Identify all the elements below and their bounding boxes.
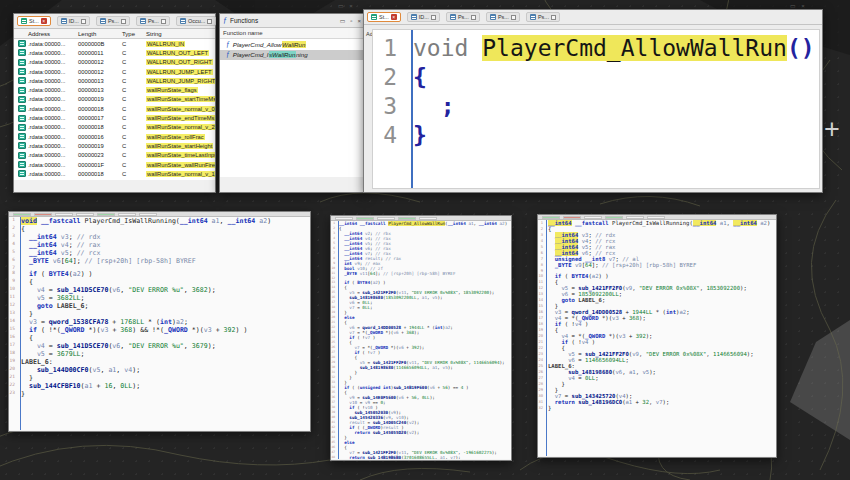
- functions-window: ƒ Functions ▭ ▫ × Function name ƒPlayerC…: [219, 13, 366, 193]
- cell-address: .rdata:00000...: [26, 87, 76, 93]
- strings-tab-4[interactable]: Occu...: [176, 16, 216, 26]
- function-list-item[interactable]: ƒPlayerCmd_AllowWallRun: [220, 39, 365, 50]
- tab-checkbox[interactable]: [207, 19, 212, 24]
- table-row[interactable]: .rdata:00000...00000017CwallRunState_end…: [14, 113, 215, 122]
- cell-string: wallRunState_startHeight: [144, 143, 215, 149]
- tab-label: Ps...: [538, 14, 549, 20]
- cell-length: 00000012: [76, 69, 120, 75]
- cell-address: .rdata:00000...: [26, 162, 76, 168]
- table-row[interactable]: .rdata:00000...00000019CwallRunState_sta…: [14, 95, 215, 104]
- line-number: 10: [9, 286, 17, 294]
- table-row[interactable]: .rdata:00000...00000012CWALLRUN_JUMP_LEF…: [14, 67, 215, 76]
- tab-icon: [411, 14, 417, 20]
- table-row[interactable]: .rdata:00000...00000013CWALLRUN_JUMP_RIG…: [14, 76, 215, 85]
- functions-list[interactable]: ƒPlayerCmd_AllowWallRunƒPlayerCmd_IsWall…: [220, 39, 365, 177]
- code-line: 14 v3 = qword_1538CFA78 + 1768LL * (int)…: [9, 318, 310, 326]
- table-row[interactable]: .rdata:00000...0000001FCwallRunState_wal…: [14, 160, 215, 169]
- table-row[interactable]: .rdata:00000...00000011CWALLRUN_OUT_LEFT: [14, 48, 215, 57]
- cell-type: C: [120, 171, 144, 177]
- code-line: 19LABEL_6:: [9, 358, 310, 366]
- code-line: 2{: [9, 225, 310, 233]
- table-row[interactable]: .rdata:00000...00000023CwallRunState_tim…: [14, 151, 215, 160]
- cell-address: .rdata:00000...: [26, 106, 76, 112]
- tab-checkbox[interactable]: [81, 19, 86, 24]
- column-header-address[interactable]: Address: [26, 31, 76, 37]
- pseudocode-window-allowwallrun[interactable]: 1__int64 __fastcall PlayerCmd_AllowWallR…: [330, 215, 512, 461]
- pseudocode-window-iswallrunning-variant[interactable]: 1__int64 __fastcall PlayerCmd_IsWallRunn…: [537, 214, 777, 458]
- column-header-type[interactable]: Type: [120, 31, 144, 37]
- code-line: 22 sub_144CFBF10(a1 + 16, 0LL);: [9, 382, 310, 390]
- code-line: 1void __fastcall PlayerCmd_IsWallRunning…: [9, 217, 310, 225]
- cell-length: 0000001F: [76, 162, 120, 168]
- code-body: 1void __fastcall PlayerCmd_IsWallRunning…: [9, 217, 310, 430]
- line-number: 21: [9, 374, 17, 382]
- string-item-icon: [18, 115, 26, 122]
- cell-length: 00000017: [76, 115, 120, 121]
- cell-string: WALLRUN_JUMP_LEFT: [144, 69, 215, 75]
- tab-checkbox[interactable]: [511, 15, 516, 20]
- line-number: 14: [9, 318, 17, 326]
- decompiler-tab-2[interactable]: Ps...: [446, 12, 480, 22]
- table-row[interactable]: .rdata:00000...00000018CwallRunState_nor…: [14, 104, 215, 113]
- tab-checkbox[interactable]: [121, 19, 126, 24]
- tab-checkbox[interactable]: [471, 15, 476, 20]
- functions-column-header[interactable]: Function name: [220, 28, 365, 39]
- string-item-icon: [18, 96, 26, 103]
- cell-type: C: [120, 69, 144, 75]
- close-icon[interactable]: ×: [356, 18, 362, 24]
- tab-label: ID...: [419, 14, 429, 20]
- background-window-controls: ▭ ×: [790, 2, 807, 9]
- cell-type: C: [120, 96, 144, 102]
- table-row[interactable]: .rdata:00000...00000016CwallRunState_rol…: [14, 132, 215, 141]
- tab-icon: [371, 14, 377, 20]
- table-row[interactable]: .rdata:00000...00000013CwallRunState_fla…: [14, 85, 215, 94]
- table-row[interactable]: .rdata:00000...00000018CwallRunState_nor…: [14, 123, 215, 132]
- decompiler-tab-4[interactable]: Ps...: [526, 12, 560, 22]
- table-row[interactable]: .rdata:00000...00000018CwallRunState_nor…: [14, 169, 215, 178]
- table-row[interactable]: .rdata:00000...00000012CWALLRUN_OUT_RIGH…: [14, 58, 215, 67]
- code-line: 2{: [373, 63, 819, 92]
- cell-address: .rdata:00000...: [26, 96, 76, 102]
- tab-checkbox[interactable]: [551, 15, 556, 20]
- code-line: 4 __int64 v4; // rax: [9, 241, 310, 249]
- tab-close-icon[interactable]: ×: [41, 18, 47, 24]
- cell-address: .rdata:00000...: [26, 59, 76, 65]
- strings-tab-0[interactable]: St...×: [17, 16, 51, 26]
- code-line: 23}: [9, 390, 310, 398]
- tab-label: Ps...: [108, 18, 119, 24]
- tab-close-icon[interactable]: ×: [391, 14, 397, 20]
- decompiler-tab-3[interactable]: Ps...: [486, 12, 520, 22]
- string-item-icon: [18, 161, 26, 168]
- table-row[interactable]: .rdata:00000...0000000BCWALLRUN_IN: [14, 39, 215, 48]
- tab-checkbox[interactable]: [161, 19, 166, 24]
- restore-icon[interactable]: ▭: [339, 17, 347, 24]
- function-list-item[interactable]: ƒPlayerCmd_IsWallRunning: [220, 50, 365, 61]
- column-header-string[interactable]: String: [144, 31, 215, 37]
- decompiler-tab-1[interactable]: ID...: [407, 12, 440, 22]
- decompiler-tab-0[interactable]: St...×: [367, 12, 401, 22]
- code-line: 21 }: [9, 374, 310, 382]
- strings-tab-1[interactable]: ID...: [57, 16, 90, 26]
- pseudocode-window-iswallrunning[interactable]: 1void __fastcall PlayerCmd_IsWallRunning…: [8, 211, 311, 432]
- line-number: 2: [373, 63, 403, 92]
- tab-label: ID...: [69, 18, 79, 24]
- tab-checkbox[interactable]: [431, 15, 436, 20]
- line-number: 16: [9, 334, 17, 342]
- strings-tab-3[interactable]: Ps...: [136, 16, 170, 26]
- pin-icon[interactable]: ▫: [349, 18, 353, 24]
- strings-table-body[interactable]: .rdata:00000...0000000BCWALLRUN_IN.rdata…: [14, 39, 215, 180]
- strings-tab-2[interactable]: Ps...: [96, 16, 130, 26]
- string-item-icon: [18, 124, 26, 131]
- strings-tabbar: St...×ID...Ps...Ps...Occu...: [14, 14, 215, 29]
- decompiler-code-area[interactable]: 1void PlayerCmd_AllowWallRun()2{3 ;4}: [372, 29, 820, 189]
- line-number: 3: [9, 233, 17, 241]
- string-item-icon: [18, 142, 26, 149]
- cell-string: wallRunState_timeLastInputReceived: [144, 152, 215, 158]
- table-row[interactable]: .rdata:00000...00000019CwallRunState_sta…: [14, 141, 215, 150]
- cell-type: C: [120, 124, 144, 130]
- line-number: 15: [9, 326, 17, 334]
- cell-string: WALLRUN_OUT_RIGHT: [144, 59, 215, 65]
- cell-length: 00000019: [76, 143, 120, 149]
- string-item-icon: [18, 133, 26, 140]
- column-header-length[interactable]: Length: [76, 31, 120, 37]
